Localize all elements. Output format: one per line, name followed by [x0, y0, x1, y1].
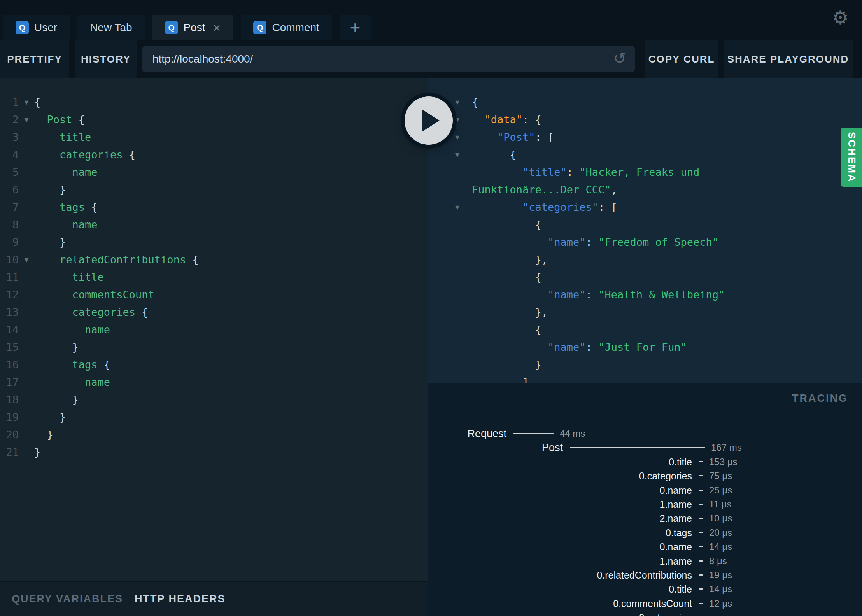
- tab-new-tab[interactable]: New Tab: [77, 15, 144, 40]
- query-line[interactable]: 6 }: [0, 181, 428, 198]
- query-line[interactable]: 9 }: [0, 233, 428, 251]
- query-line[interactable]: 16 tags {: [0, 356, 428, 373]
- query-line[interactable]: 1▾{: [0, 93, 428, 111]
- result-line: "title": "Hacker, Freaks und: [428, 163, 862, 181]
- query-line[interactable]: 3 title: [0, 128, 428, 146]
- fold-gutter: [19, 146, 34, 163]
- trace-span-bar: [699, 546, 703, 547]
- query-variables-tab[interactable]: QUERY VARIABLES: [12, 593, 123, 605]
- query-line[interactable]: 11 title: [0, 268, 428, 286]
- fold-arrow-icon[interactable]: ▾: [19, 93, 34, 111]
- result-line: }: [428, 356, 862, 373]
- tab-user[interactable]: QUser: [3, 15, 70, 40]
- trace-span-bar: [699, 504, 703, 505]
- fold-gutter: [428, 268, 472, 286]
- close-tab-icon[interactable]: ×: [213, 21, 221, 34]
- result-text: "data": {: [472, 111, 541, 128]
- code-token: "data": [485, 114, 523, 126]
- trace-span-label: Request: [467, 427, 506, 441]
- trace-span-row: 0.relatedContributions19 μs: [428, 568, 862, 582]
- query-editor-pane[interactable]: 1▾{2▾ Post {3 title4 categories {5 name6…: [0, 78, 428, 581]
- code-token: [472, 236, 548, 248]
- endpoint-url-wrap: ↺: [142, 46, 635, 72]
- trace-span-row: 0.commentsCount12 μs: [428, 597, 862, 611]
- code-token: categories: [60, 149, 123, 161]
- fold-arrow-icon[interactable]: ▾: [428, 146, 472, 163]
- code-token: [472, 131, 497, 143]
- result-line: },: [428, 251, 862, 268]
- schema-side-tab[interactable]: SCHEMA: [841, 128, 862, 187]
- result-text: ]: [472, 373, 529, 383]
- fold-gutter: [19, 373, 34, 391]
- code-token: {: [72, 114, 85, 126]
- code-token: :: [586, 289, 599, 301]
- query-line[interactable]: 8 name: [0, 216, 428, 233]
- query-line[interactable]: 14 name: [0, 321, 428, 338]
- query-line[interactable]: 4 categories {: [0, 146, 428, 163]
- query-line[interactable]: 2▾ Post {: [0, 111, 428, 128]
- query-line[interactable]: 10▾ relatedContributions {: [0, 251, 428, 268]
- tab-comment[interactable]: QComment: [241, 15, 331, 40]
- result-text: {: [472, 321, 541, 338]
- new-tab-button[interactable]: +: [340, 15, 371, 40]
- code-token: "Post": [497, 131, 535, 143]
- code-token: {: [472, 96, 478, 108]
- endpoint-url-input[interactable]: [142, 46, 635, 72]
- fold-arrow-icon[interactable]: ▾: [428, 198, 472, 216]
- code-token: : [: [535, 131, 554, 143]
- fold-gutter: [428, 181, 472, 198]
- code-token: : {: [522, 114, 541, 126]
- query-line[interactable]: 20 }: [0, 426, 428, 443]
- code-token: "name": [548, 289, 586, 301]
- code-token: [34, 324, 85, 336]
- execute-query-button[interactable]: [405, 96, 453, 145]
- code-token: title: [60, 131, 91, 143]
- code-token: [34, 289, 72, 301]
- history-button[interactable]: HISTORY: [75, 40, 137, 78]
- result-viewer-pane[interactable]: ▾{▾ "data": {▾ "Post": [▾ { "title": "Ha…: [428, 78, 862, 383]
- query-line[interactable]: 13 categories {: [0, 303, 428, 321]
- code-token: [472, 166, 522, 178]
- tab-label: New Tab: [90, 21, 132, 34]
- code-text: title: [34, 268, 104, 286]
- tracing-panel: TRACING Request44 msPost167 ms0.title153…: [428, 383, 862, 616]
- code-token: [34, 306, 72, 318]
- code-text: relatedContributions {: [34, 251, 199, 268]
- query-line[interactable]: 21}: [0, 443, 428, 461]
- code-text: Post {: [34, 111, 85, 128]
- copy-curl-button[interactable]: COPY CURL: [645, 40, 718, 78]
- query-line[interactable]: 5 name: [0, 163, 428, 181]
- code-token: {: [85, 201, 98, 213]
- settings-gear-icon[interactable]: ⚙: [832, 9, 849, 27]
- query-line[interactable]: 15 }: [0, 338, 428, 356]
- result-text: },: [472, 251, 548, 268]
- share-playground-button[interactable]: SHARE PLAYGROUND: [724, 40, 853, 78]
- trace-span-time: 19 μs: [709, 568, 732, 582]
- tab-post[interactable]: QPost×: [152, 15, 233, 40]
- code-token: [34, 166, 72, 178]
- trace-span-time: 10 μs: [709, 511, 732, 525]
- query-line[interactable]: 19 }: [0, 408, 428, 426]
- fold-arrow-icon[interactable]: ▾: [19, 251, 34, 268]
- trace-span-time: 14 μs: [709, 540, 732, 554]
- reload-schema-icon[interactable]: ↺: [613, 51, 626, 66]
- code-token: tags: [60, 201, 85, 213]
- query-badge: Q: [165, 21, 178, 34]
- line-number: 21: [0, 443, 19, 461]
- trace-span-time: 12 μs: [709, 597, 732, 611]
- code-token: {: [135, 306, 148, 318]
- toolbar: PRETTIFY HISTORY ↺ COPY CURL SHARE PLAYG…: [0, 40, 862, 78]
- http-headers-tab[interactable]: HTTP HEADERS: [135, 593, 226, 605]
- code-text: }: [34, 426, 53, 443]
- query-line[interactable]: 17 name: [0, 373, 428, 391]
- result-text: "title": "Hacker, Freaks und: [472, 163, 699, 181]
- fold-arrow-icon[interactable]: ▾: [19, 111, 34, 128]
- trace-span-bar: [570, 447, 705, 448]
- code-token: [34, 114, 47, 126]
- query-line[interactable]: 18 }: [0, 391, 428, 408]
- prettify-button[interactable]: PRETTIFY: [0, 40, 69, 78]
- query-line[interactable]: 7 tags {: [0, 198, 428, 216]
- result-line: "name": "Freedom of Speech": [428, 233, 862, 251]
- query-line[interactable]: 12 commentsCount: [0, 286, 428, 303]
- result-text: "categories": [: [472, 198, 617, 216]
